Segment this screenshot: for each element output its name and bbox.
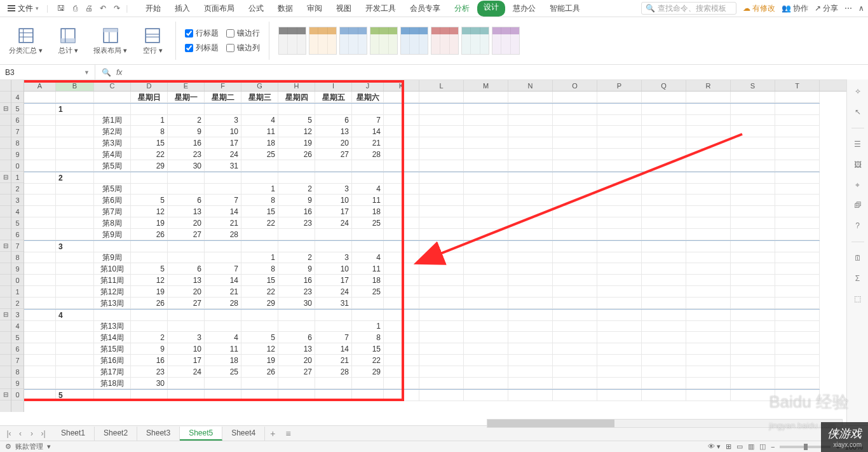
- cell[interactable]: 9: [168, 126, 205, 137]
- cell[interactable]: [597, 229, 642, 240]
- cell[interactable]: 29: [241, 298, 278, 309]
- cell[interactable]: 6: [168, 263, 205, 275]
- row-header[interactable]: 7: [11, 240, 24, 252]
- cell[interactable]: [241, 310, 278, 321]
- cell[interactable]: 7: [315, 332, 352, 343]
- cell[interactable]: [553, 252, 597, 263]
- cell[interactable]: [56, 206, 94, 217]
- expand-button[interactable]: ∧: [858, 4, 864, 13]
- outline-toggle[interactable]: [0, 343, 11, 355]
- cell[interactable]: 28: [352, 149, 384, 160]
- cell[interactable]: [464, 390, 508, 401]
- tab-视图[interactable]: 视图: [330, 1, 358, 17]
- cell[interactable]: 1: [352, 320, 384, 332]
- cell[interactable]: 22: [241, 217, 278, 229]
- cell[interactable]: 4: [352, 252, 384, 263]
- cell[interactable]: [553, 298, 597, 309]
- pivot-style-3[interactable]: [370, 27, 398, 55]
- cell[interactable]: [553, 126, 597, 137]
- cell[interactable]: [508, 320, 553, 332]
- cell[interactable]: [597, 114, 642, 126]
- cell[interactable]: [56, 114, 94, 126]
- cell[interactable]: [731, 114, 775, 126]
- cell[interactable]: [384, 160, 419, 172]
- prev-sheet-icon[interactable]: ‹: [15, 429, 25, 438]
- cell[interactable]: [731, 241, 775, 252]
- cell[interactable]: 11: [352, 195, 384, 206]
- cell[interactable]: 4: [352, 183, 384, 195]
- cell[interactable]: [24, 126, 56, 137]
- cell[interactable]: [168, 183, 205, 195]
- cell[interactable]: [168, 378, 205, 389]
- share-button[interactable]: ↗ 分享: [815, 3, 838, 14]
- cell[interactable]: [775, 137, 820, 149]
- cell[interactable]: 16: [131, 355, 168, 366]
- cell[interactable]: [94, 310, 131, 321]
- cell[interactable]: [731, 217, 775, 229]
- cell[interactable]: [686, 104, 731, 115]
- cell[interactable]: [205, 183, 241, 195]
- cell[interactable]: 星期三: [241, 92, 278, 103]
- cell[interactable]: 5: [278, 114, 315, 126]
- cell[interactable]: [642, 286, 686, 298]
- cell[interactable]: 23: [168, 149, 205, 160]
- pivot-style-5[interactable]: [431, 27, 459, 55]
- cell[interactable]: 1: [56, 104, 94, 115]
- col-header-F[interactable]: F: [205, 80, 241, 91]
- cell[interactable]: [508, 183, 553, 195]
- row-header[interactable]: 1: [11, 286, 24, 298]
- select-icon[interactable]: ↖: [852, 106, 864, 118]
- cell[interactable]: [384, 195, 419, 206]
- cell[interactable]: [131, 172, 168, 184]
- cell[interactable]: [686, 390, 731, 401]
- cell[interactable]: [56, 275, 94, 286]
- cell[interactable]: [686, 126, 731, 137]
- cell[interactable]: 12: [131, 275, 168, 286]
- tab-数据[interactable]: 数据: [271, 1, 299, 17]
- redo-icon[interactable]: ↷: [112, 3, 122, 13]
- cell[interactable]: [642, 298, 686, 309]
- cell[interactable]: [508, 310, 553, 321]
- cell[interactable]: [131, 310, 168, 321]
- cells-area[interactable]: ABCDEFGHIJKLMNOPQRST 星期日星期一星期二星期三星期四星期五星…: [24, 80, 868, 412]
- cell[interactable]: 第7周: [94, 206, 131, 217]
- cell[interactable]: 第16周: [94, 355, 131, 366]
- cell[interactable]: [168, 241, 205, 252]
- cell[interactable]: [508, 114, 553, 126]
- cell[interactable]: [508, 126, 553, 137]
- properties-icon[interactable]: ☰: [852, 139, 864, 150]
- outline-toggle[interactable]: [0, 366, 11, 378]
- cell[interactable]: [642, 229, 686, 240]
- cell[interactable]: [56, 366, 94, 378]
- col-header-K[interactable]: K: [384, 80, 419, 91]
- cell[interactable]: [278, 229, 315, 240]
- cell[interactable]: [352, 229, 384, 240]
- cell[interactable]: 21: [315, 355, 352, 366]
- cell[interactable]: [642, 390, 686, 401]
- cell[interactable]: [553, 160, 597, 172]
- cell[interactable]: [553, 366, 597, 378]
- cell[interactable]: [384, 217, 419, 229]
- save-icon[interactable]: 🖫: [56, 3, 66, 13]
- cell[interactable]: [464, 149, 508, 160]
- cell[interactable]: 星期日: [131, 92, 168, 103]
- cell[interactable]: [553, 104, 597, 115]
- cell[interactable]: [775, 310, 820, 321]
- cell[interactable]: [508, 263, 553, 275]
- cell[interactable]: [775, 160, 820, 172]
- cell[interactable]: [352, 172, 384, 184]
- cell[interactable]: [597, 195, 642, 206]
- cell[interactable]: [56, 298, 94, 309]
- cell[interactable]: [384, 92, 419, 103]
- cell[interactable]: 8: [131, 126, 168, 137]
- row-header[interactable]: 5: [11, 217, 24, 229]
- outline-toggle[interactable]: [0, 263, 11, 275]
- cell[interactable]: [553, 217, 597, 229]
- cell[interactable]: 22: [241, 286, 278, 298]
- tab-analysis[interactable]: 分析: [448, 1, 476, 17]
- cell[interactable]: [419, 378, 464, 389]
- cell[interactable]: 15: [241, 206, 278, 217]
- cell[interactable]: [419, 149, 464, 160]
- cell[interactable]: [508, 195, 553, 206]
- cell[interactable]: [94, 241, 131, 252]
